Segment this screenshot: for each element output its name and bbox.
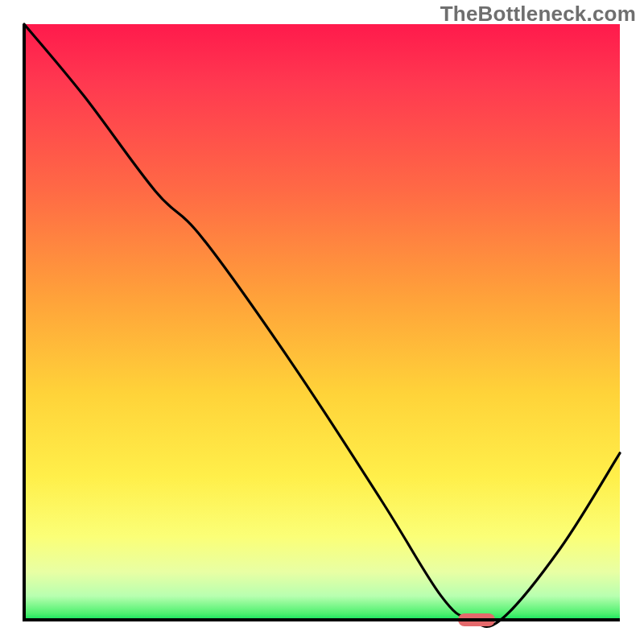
plot-area	[24, 24, 620, 620]
bottleneck-curve	[24, 24, 620, 620]
y-axis-line	[23, 24, 26, 621]
x-axis-line	[23, 618, 620, 621]
watermark-text: TheBottleneck.com	[440, 2, 636, 27]
chart-container: TheBottleneck.com	[0, 0, 644, 644]
